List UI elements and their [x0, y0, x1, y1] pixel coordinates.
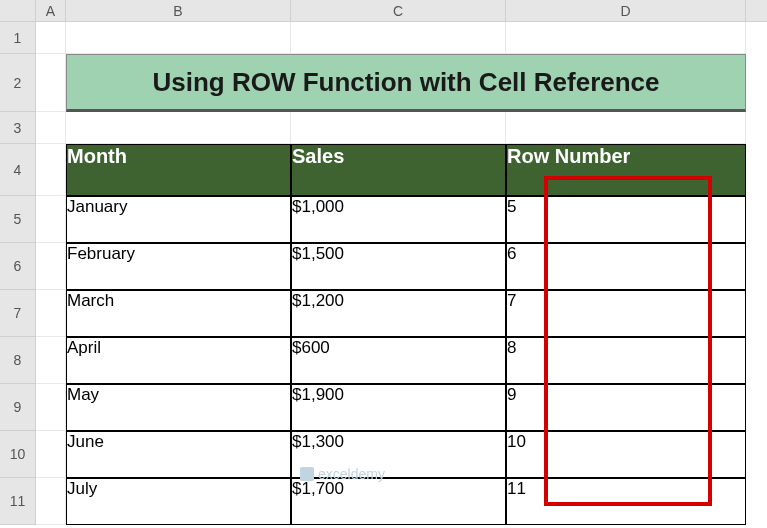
header-rownum[interactable]: Row Number: [506, 144, 746, 196]
header-sales[interactable]: Sales: [291, 144, 506, 196]
cell-month[interactable]: March: [66, 290, 291, 337]
select-all-corner[interactable]: [0, 0, 36, 21]
cell-A3[interactable]: [36, 112, 66, 144]
cell-rownum[interactable]: 11: [506, 478, 746, 525]
cell-sales[interactable]: $1,900: [291, 384, 506, 431]
watermark-text: exceldemy: [318, 466, 385, 482]
cell-rownum[interactable]: 6: [506, 243, 746, 290]
row-header-11[interactable]: 11: [0, 478, 35, 525]
row-header-10[interactable]: 10: [0, 431, 35, 478]
cell-B3[interactable]: [66, 112, 291, 144]
watermark: exceldemy: [300, 466, 385, 482]
cell-rownum[interactable]: 10: [506, 431, 746, 478]
cell-month[interactable]: January: [66, 196, 291, 243]
table-row: April $600 8: [36, 337, 746, 384]
cell-rownum[interactable]: 5: [506, 196, 746, 243]
row-header-2[interactable]: 2: [0, 54, 35, 112]
cell-month[interactable]: June: [66, 431, 291, 478]
cell-A5[interactable]: [36, 196, 66, 243]
cell-month[interactable]: May: [66, 384, 291, 431]
sheet-cells: Using ROW Function with Cell Reference M…: [36, 22, 746, 525]
table-row: May $1,900 9: [36, 384, 746, 431]
row-header-4[interactable]: 4: [0, 144, 35, 196]
table-row: January $1,000 5: [36, 196, 746, 243]
cell-rownum[interactable]: 9: [506, 384, 746, 431]
watermark-icon: [300, 467, 314, 481]
col-header-D[interactable]: D: [506, 0, 746, 21]
spreadsheet-grid: A B C D 1 2 3 4 5 6 7 8 9 10 11 Using RO…: [0, 0, 767, 528]
cell-A4[interactable]: [36, 144, 66, 196]
cell-D3[interactable]: [506, 112, 746, 144]
cell-sales[interactable]: $1,700: [291, 478, 506, 525]
table-row: June $1,300 10: [36, 431, 746, 478]
row-header-6[interactable]: 6: [0, 243, 35, 290]
cell-month[interactable]: February: [66, 243, 291, 290]
cell-A6[interactable]: [36, 243, 66, 290]
cell-A9[interactable]: [36, 384, 66, 431]
row-header-8[interactable]: 8: [0, 337, 35, 384]
cell-A2[interactable]: [36, 54, 66, 112]
row-header-7[interactable]: 7: [0, 290, 35, 337]
col-header-A[interactable]: A: [36, 0, 66, 21]
cell-C1[interactable]: [291, 22, 506, 54]
cell-A8[interactable]: [36, 337, 66, 384]
row-header-5[interactable]: 5: [0, 196, 35, 243]
table-row: March $1,200 7: [36, 290, 746, 337]
cell-A7[interactable]: [36, 290, 66, 337]
cell-sales[interactable]: $600: [291, 337, 506, 384]
cell-D1[interactable]: [506, 22, 746, 54]
cell-sales[interactable]: $1,000: [291, 196, 506, 243]
header-month[interactable]: Month: [66, 144, 291, 196]
row-headers: 1 2 3 4 5 6 7 8 9 10 11: [0, 22, 36, 525]
cell-sales[interactable]: $1,500: [291, 243, 506, 290]
row-header-9[interactable]: 9: [0, 384, 35, 431]
table-row: July $1,700 11: [36, 478, 746, 525]
row-header-1[interactable]: 1: [0, 22, 35, 54]
cell-A10[interactable]: [36, 431, 66, 478]
cell-month[interactable]: July: [66, 478, 291, 525]
cell-month[interactable]: April: [66, 337, 291, 384]
cell-rownum[interactable]: 7: [506, 290, 746, 337]
col-header-C[interactable]: C: [291, 0, 506, 21]
cell-A1[interactable]: [36, 22, 66, 54]
col-header-B[interactable]: B: [66, 0, 291, 21]
cell-rownum[interactable]: 8: [506, 337, 746, 384]
cell-sales[interactable]: $1,200: [291, 290, 506, 337]
cell-A11[interactable]: [36, 478, 66, 525]
table-row: February $1,500 6: [36, 243, 746, 290]
title-cell[interactable]: Using ROW Function with Cell Reference: [66, 54, 746, 112]
column-headers: A B C D: [0, 0, 767, 22]
row-header-3[interactable]: 3: [0, 112, 35, 144]
cell-B1[interactable]: [66, 22, 291, 54]
cell-C3[interactable]: [291, 112, 506, 144]
